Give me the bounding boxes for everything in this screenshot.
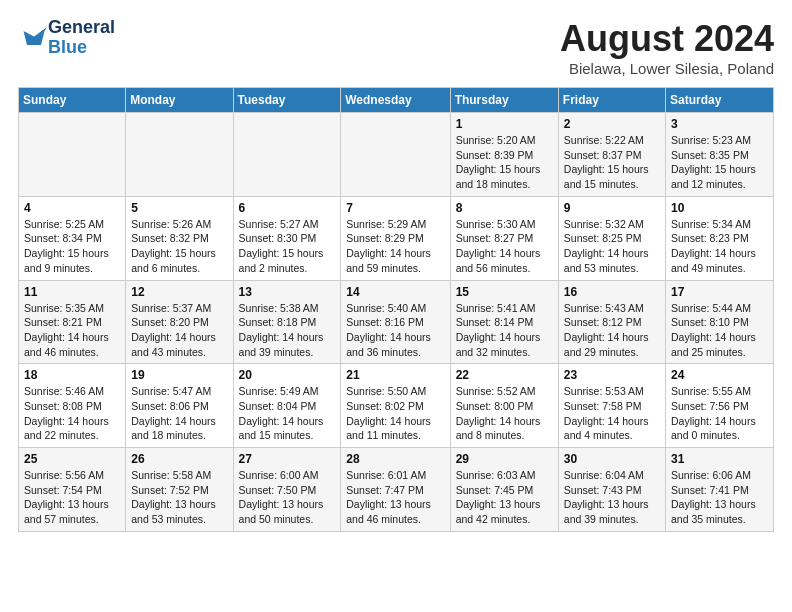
- logo-text: General Blue: [48, 18, 115, 58]
- calendar-cell: 16Sunrise: 5:43 AMSunset: 8:12 PMDayligh…: [558, 280, 665, 364]
- day-info: Sunrise: 6:06 AMSunset: 7:41 PMDaylight:…: [671, 468, 768, 527]
- day-info: Sunrise: 5:53 AMSunset: 7:58 PMDaylight:…: [564, 384, 660, 443]
- calendar-cell: 11Sunrise: 5:35 AMSunset: 8:21 PMDayligh…: [19, 280, 126, 364]
- day-number: 15: [456, 285, 553, 299]
- day-info: Sunrise: 5:32 AMSunset: 8:25 PMDaylight:…: [564, 217, 660, 276]
- logo: General Blue: [18, 18, 115, 58]
- day-number: 18: [24, 368, 120, 382]
- calendar-cell: 12Sunrise: 5:37 AMSunset: 8:20 PMDayligh…: [126, 280, 233, 364]
- day-number: 10: [671, 201, 768, 215]
- day-number: 20: [239, 368, 336, 382]
- page: General Blue August 2024 Bielawa, Lower …: [0, 0, 792, 542]
- day-number: 7: [346, 201, 444, 215]
- weekday-header: Tuesday: [233, 88, 341, 113]
- logo-icon: [20, 24, 48, 52]
- day-number: 4: [24, 201, 120, 215]
- day-info: Sunrise: 5:35 AMSunset: 8:21 PMDaylight:…: [24, 301, 120, 360]
- day-info: Sunrise: 5:27 AMSunset: 8:30 PMDaylight:…: [239, 217, 336, 276]
- day-number: 2: [564, 117, 660, 131]
- weekday-header: Friday: [558, 88, 665, 113]
- calendar-cell: 8Sunrise: 5:30 AMSunset: 8:27 PMDaylight…: [450, 196, 558, 280]
- weekday-header: Sunday: [19, 88, 126, 113]
- calendar-cell: 29Sunrise: 6:03 AMSunset: 7:45 PMDayligh…: [450, 448, 558, 532]
- calendar-cell: 7Sunrise: 5:29 AMSunset: 8:29 PMDaylight…: [341, 196, 450, 280]
- day-number: 23: [564, 368, 660, 382]
- calendar-week-row: 18Sunrise: 5:46 AMSunset: 8:08 PMDayligh…: [19, 364, 774, 448]
- calendar-cell: 13Sunrise: 5:38 AMSunset: 8:18 PMDayligh…: [233, 280, 341, 364]
- day-info: Sunrise: 5:25 AMSunset: 8:34 PMDaylight:…: [24, 217, 120, 276]
- day-info: Sunrise: 5:52 AMSunset: 8:00 PMDaylight:…: [456, 384, 553, 443]
- header: General Blue August 2024 Bielawa, Lower …: [18, 18, 774, 77]
- calendar-cell: 19Sunrise: 5:47 AMSunset: 8:06 PMDayligh…: [126, 364, 233, 448]
- day-number: 25: [24, 452, 120, 466]
- calendar-week-row: 4Sunrise: 5:25 AMSunset: 8:34 PMDaylight…: [19, 196, 774, 280]
- day-number: 8: [456, 201, 553, 215]
- calendar-cell: 28Sunrise: 6:01 AMSunset: 7:47 PMDayligh…: [341, 448, 450, 532]
- day-number: 22: [456, 368, 553, 382]
- calendar-cell: 31Sunrise: 6:06 AMSunset: 7:41 PMDayligh…: [666, 448, 774, 532]
- calendar-cell: 15Sunrise: 5:41 AMSunset: 8:14 PMDayligh…: [450, 280, 558, 364]
- day-number: 6: [239, 201, 336, 215]
- day-info: Sunrise: 5:20 AMSunset: 8:39 PMDaylight:…: [456, 133, 553, 192]
- day-number: 5: [131, 201, 227, 215]
- day-info: Sunrise: 6:03 AMSunset: 7:45 PMDaylight:…: [456, 468, 553, 527]
- calendar-cell: 30Sunrise: 6:04 AMSunset: 7:43 PMDayligh…: [558, 448, 665, 532]
- day-info: Sunrise: 5:49 AMSunset: 8:04 PMDaylight:…: [239, 384, 336, 443]
- calendar-cell: 10Sunrise: 5:34 AMSunset: 8:23 PMDayligh…: [666, 196, 774, 280]
- day-number: 24: [671, 368, 768, 382]
- calendar-cell: [19, 113, 126, 197]
- calendar-cell: 1Sunrise: 5:20 AMSunset: 8:39 PMDaylight…: [450, 113, 558, 197]
- calendar-cell: 22Sunrise: 5:52 AMSunset: 8:00 PMDayligh…: [450, 364, 558, 448]
- calendar-cell: [341, 113, 450, 197]
- day-info: Sunrise: 5:44 AMSunset: 8:10 PMDaylight:…: [671, 301, 768, 360]
- calendar-title: August 2024: [560, 18, 774, 60]
- calendar-cell: 2Sunrise: 5:22 AMSunset: 8:37 PMDaylight…: [558, 113, 665, 197]
- calendar-cell: 25Sunrise: 5:56 AMSunset: 7:54 PMDayligh…: [19, 448, 126, 532]
- day-number: 16: [564, 285, 660, 299]
- day-number: 3: [671, 117, 768, 131]
- day-info: Sunrise: 6:00 AMSunset: 7:50 PMDaylight:…: [239, 468, 336, 527]
- day-number: 31: [671, 452, 768, 466]
- calendar-cell: 5Sunrise: 5:26 AMSunset: 8:32 PMDaylight…: [126, 196, 233, 280]
- day-info: Sunrise: 6:04 AMSunset: 7:43 PMDaylight:…: [564, 468, 660, 527]
- title-block: August 2024 Bielawa, Lower Silesia, Pola…: [560, 18, 774, 77]
- day-info: Sunrise: 5:56 AMSunset: 7:54 PMDaylight:…: [24, 468, 120, 527]
- day-info: Sunrise: 5:58 AMSunset: 7:52 PMDaylight:…: [131, 468, 227, 527]
- calendar-cell: [126, 113, 233, 197]
- weekday-header: Thursday: [450, 88, 558, 113]
- calendar-cell: 21Sunrise: 5:50 AMSunset: 8:02 PMDayligh…: [341, 364, 450, 448]
- day-number: 13: [239, 285, 336, 299]
- day-info: Sunrise: 5:34 AMSunset: 8:23 PMDaylight:…: [671, 217, 768, 276]
- day-info: Sunrise: 5:30 AMSunset: 8:27 PMDaylight:…: [456, 217, 553, 276]
- calendar-cell: 14Sunrise: 5:40 AMSunset: 8:16 PMDayligh…: [341, 280, 450, 364]
- weekday-header: Saturday: [666, 88, 774, 113]
- calendar-cell: 27Sunrise: 6:00 AMSunset: 7:50 PMDayligh…: [233, 448, 341, 532]
- calendar-header-row: SundayMondayTuesdayWednesdayThursdayFrid…: [19, 88, 774, 113]
- day-info: Sunrise: 5:26 AMSunset: 8:32 PMDaylight:…: [131, 217, 227, 276]
- calendar-week-row: 1Sunrise: 5:20 AMSunset: 8:39 PMDaylight…: [19, 113, 774, 197]
- calendar-table: SundayMondayTuesdayWednesdayThursdayFrid…: [18, 87, 774, 532]
- calendar-cell: 18Sunrise: 5:46 AMSunset: 8:08 PMDayligh…: [19, 364, 126, 448]
- weekday-header: Monday: [126, 88, 233, 113]
- day-info: Sunrise: 5:23 AMSunset: 8:35 PMDaylight:…: [671, 133, 768, 192]
- calendar-cell: 17Sunrise: 5:44 AMSunset: 8:10 PMDayligh…: [666, 280, 774, 364]
- weekday-header: Wednesday: [341, 88, 450, 113]
- day-info: Sunrise: 5:29 AMSunset: 8:29 PMDaylight:…: [346, 217, 444, 276]
- day-info: Sunrise: 5:40 AMSunset: 8:16 PMDaylight:…: [346, 301, 444, 360]
- day-number: 19: [131, 368, 227, 382]
- calendar-cell: 26Sunrise: 5:58 AMSunset: 7:52 PMDayligh…: [126, 448, 233, 532]
- day-number: 27: [239, 452, 336, 466]
- day-number: 9: [564, 201, 660, 215]
- day-number: 12: [131, 285, 227, 299]
- calendar-cell: 6Sunrise: 5:27 AMSunset: 8:30 PMDaylight…: [233, 196, 341, 280]
- day-info: Sunrise: 6:01 AMSunset: 7:47 PMDaylight:…: [346, 468, 444, 527]
- calendar-subtitle: Bielawa, Lower Silesia, Poland: [560, 60, 774, 77]
- calendar-week-row: 25Sunrise: 5:56 AMSunset: 7:54 PMDayligh…: [19, 448, 774, 532]
- day-info: Sunrise: 5:50 AMSunset: 8:02 PMDaylight:…: [346, 384, 444, 443]
- day-number: 29: [456, 452, 553, 466]
- day-info: Sunrise: 5:55 AMSunset: 7:56 PMDaylight:…: [671, 384, 768, 443]
- calendar-cell: 24Sunrise: 5:55 AMSunset: 7:56 PMDayligh…: [666, 364, 774, 448]
- day-info: Sunrise: 5:43 AMSunset: 8:12 PMDaylight:…: [564, 301, 660, 360]
- day-number: 26: [131, 452, 227, 466]
- calendar-week-row: 11Sunrise: 5:35 AMSunset: 8:21 PMDayligh…: [19, 280, 774, 364]
